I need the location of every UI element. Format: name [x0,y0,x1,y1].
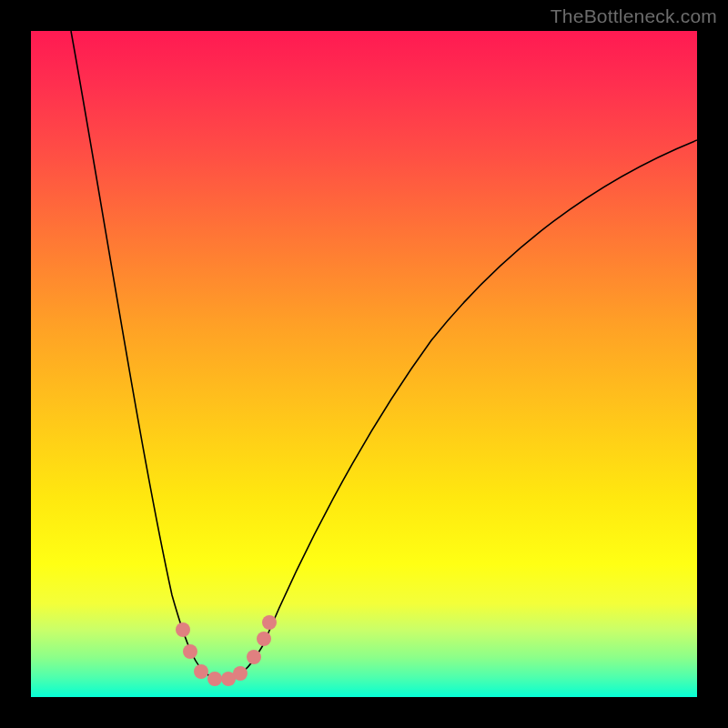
watermark-text: TheBottleneck.com [551,5,717,27]
curve-markers [176,615,277,686]
plot-area [31,31,697,697]
curve-layer [31,31,697,697]
curve-marker [176,622,190,637]
curve-marker [207,672,222,686]
chart-frame: TheBottleneck.com [0,0,728,728]
curve-marker [247,650,261,664]
curve-marker [183,644,197,659]
bottleneck-curve [71,31,697,679]
curve-marker [194,664,208,679]
curve-marker [233,666,248,681]
curve-marker [257,632,271,646]
curve-marker [262,615,277,630]
